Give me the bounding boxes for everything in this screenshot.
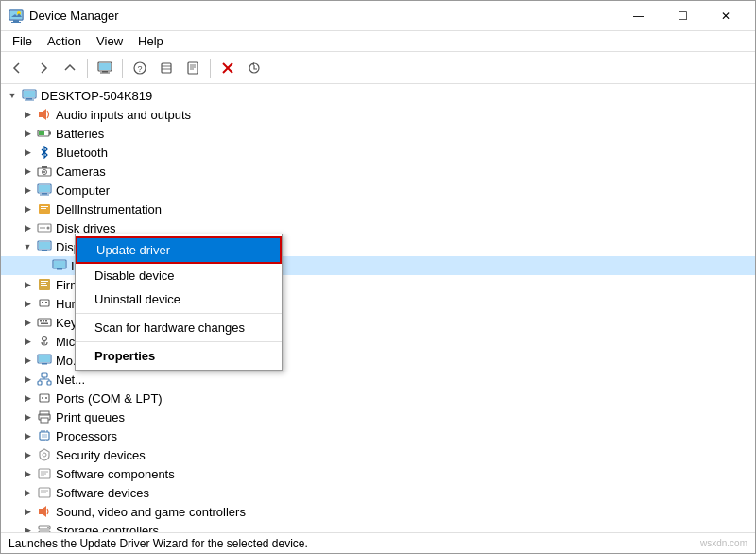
toolbar-computer-button[interactable] (93, 56, 117, 80)
svg-rect-60 (45, 320, 47, 322)
device-expand-icon (35, 258, 50, 273)
dell-expand-icon: ▶ (20, 201, 35, 216)
toolbar-help-button[interactable]: ? (128, 56, 152, 80)
svg-rect-6 (99, 63, 111, 70)
computer-small-icon (37, 182, 52, 198)
firmware-icon (37, 277, 52, 292)
processor-icon (37, 428, 52, 443)
svg-marker-31 (42, 166, 47, 168)
context-menu-disable-device[interactable]: Disable device (76, 264, 282, 287)
ports-expand-icon: ▶ (20, 390, 35, 406)
keyboards-expand-icon: ▶ (20, 315, 35, 330)
computer-label: Computer (56, 183, 110, 198)
security-icon (37, 447, 52, 462)
close-button[interactable]: ✕ (704, 1, 747, 31)
tree-item-audio[interactable]: ▶ Audio inputs and outputs (1, 105, 755, 124)
toolbar-scan-button[interactable] (154, 56, 179, 80)
tree-item-printqueues[interactable]: ▶ Print queues (1, 407, 755, 426)
svg-rect-65 (39, 355, 50, 362)
print-expand-icon: ▶ (20, 409, 35, 424)
audio-icon (37, 107, 52, 122)
toolbar-update-button[interactable] (242, 56, 266, 80)
tree-item-dellinstrumentation[interactable]: ▶ DellInstrumentation (1, 199, 755, 218)
context-menu: Update driver Disable device Uninstall d… (75, 234, 283, 371)
window-controls: — ☐ ✕ (617, 1, 747, 31)
device-tree[interactable]: ▼ DESKTOP-504K819 ▶ (1, 84, 755, 532)
menu-help[interactable]: Help (130, 32, 171, 50)
tree-item-ports[interactable]: ▶ Ports (COM & LPT) (1, 389, 755, 407)
dell-label: DellInstrumentation (56, 202, 162, 216)
menu-view[interactable]: View (89, 32, 130, 50)
toolbar-forward-button[interactable] (31, 56, 56, 80)
sound-label: Sound, video and game controllers (56, 505, 246, 519)
tree-item-softwaredevices[interactable]: ▶ Software devices (1, 483, 755, 502)
tree-item-cameras[interactable]: ▶ Cameras (1, 162, 755, 181)
context-menu-uninstall-device[interactable]: Uninstall device (76, 287, 282, 311)
svg-rect-7 (102, 71, 108, 73)
svg-rect-14 (188, 62, 198, 74)
tree-item-network[interactable]: ▶ Net... (1, 370, 755, 389)
app-icon (9, 9, 24, 24)
bluetooth-expand-icon: ▶ (20, 145, 35, 160)
svg-rect-59 (43, 320, 44, 322)
security-expand-icon: ▶ (20, 447, 35, 462)
toolbar: ? (1, 52, 755, 84)
tree-item-sound[interactable]: ▶ Sound, video and game controllers (1, 502, 755, 521)
context-menu-properties[interactable]: Properties (76, 344, 282, 368)
network-icon (37, 372, 52, 387)
tree-item-computer[interactable]: ▶ Computer (1, 181, 755, 199)
svg-rect-52 (41, 283, 46, 284)
tree-item-bluetooth[interactable]: ▶ Bluetooth (1, 143, 755, 162)
toolbar-sep-1 (87, 59, 88, 78)
context-menu-scan-hardware[interactable]: Scan for hardware changes (76, 316, 282, 339)
svg-rect-45 (39, 242, 50, 249)
batteries-expand-icon: ▶ (20, 126, 35, 141)
toolbar-sep-2 (122, 59, 123, 78)
toolbar-back-button[interactable] (5, 56, 29, 80)
tree-item-security[interactable]: ▶ Security devices (1, 445, 755, 464)
svg-rect-61 (41, 323, 48, 325)
tree-item-softwarecomponents[interactable]: ▶ Software components (1, 464, 755, 483)
svg-rect-46 (42, 250, 47, 251)
svg-rect-57 (38, 319, 51, 326)
svg-rect-54 (40, 300, 49, 306)
svg-rect-1 (13, 20, 19, 22)
menu-file[interactable]: File (5, 32, 40, 50)
svg-rect-56 (45, 302, 47, 303)
toolbar-remove-button[interactable] (215, 56, 240, 80)
toolbar-properties-button[interactable] (180, 56, 205, 80)
minimize-button[interactable]: — (617, 1, 661, 31)
svg-point-33 (43, 171, 45, 173)
maximize-button[interactable]: ☐ (661, 1, 704, 31)
audio-expand-icon: ▶ (20, 107, 35, 122)
svg-rect-96 (39, 509, 43, 514)
svg-rect-23 (26, 98, 32, 100)
context-menu-update-driver[interactable]: Update driver (76, 236, 282, 264)
svg-rect-35 (39, 185, 50, 192)
svg-rect-36 (42, 193, 47, 195)
svg-rect-55 (42, 302, 43, 303)
cameras-expand-icon: ▶ (20, 164, 35, 179)
ports-icon (37, 390, 52, 406)
tree-item-batteries[interactable]: ▶ Batteries (1, 124, 755, 143)
tree-item-processors[interactable]: ▶ Processors (1, 426, 755, 445)
svg-rect-11 (162, 63, 171, 73)
printer-icon (37, 409, 52, 424)
status-text: Launches the Update Driver Wizard for th… (9, 537, 308, 550)
svg-rect-40 (41, 208, 46, 209)
svg-rect-79 (41, 418, 48, 423)
toolbar-up-button[interactable] (58, 56, 82, 80)
computer-expand-icon: ▶ (20, 182, 35, 198)
processors-label: Processors (56, 429, 117, 443)
context-menu-sep-2 (76, 341, 282, 342)
softwarecomp-expand-icon: ▶ (20, 466, 35, 481)
svg-rect-81 (42, 434, 47, 438)
menu-action[interactable]: Action (40, 32, 89, 50)
svg-rect-58 (40, 320, 42, 322)
keyboard-icon (37, 315, 52, 330)
tree-item-storage[interactable]: ▶ Storage controllers (1, 521, 755, 532)
svg-rect-99 (39, 531, 50, 532)
tree-root[interactable]: ▼ DESKTOP-504K819 (1, 86, 755, 105)
monitors-expand-icon: ▶ (20, 353, 35, 368)
svg-point-76 (45, 397, 47, 399)
